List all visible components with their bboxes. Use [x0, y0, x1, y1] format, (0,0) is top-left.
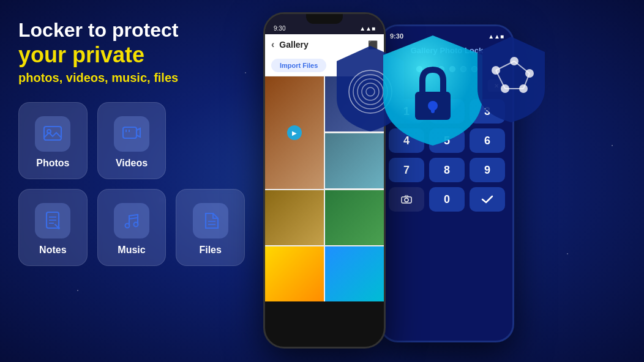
pin-input-row: ✕: [381, 77, 512, 94]
notes-label: Notes: [39, 245, 66, 256]
svg-line-12: [129, 218, 138, 219]
num-key-3[interactable]: 3: [470, 99, 505, 124]
phone-right: 9:30 ▲▲■ Gallery Photo Lock ✕ 1 2 3 4 5 …: [380, 24, 514, 342]
svg-point-25: [525, 69, 534, 78]
phone-left-status-icons: ▲▲■: [359, 25, 375, 32]
num-key-confirm[interactable]: [470, 187, 505, 212]
left-section: Locker to protect your private photos, v…: [18, 18, 275, 266]
app-icons-grid: Photos Videos: [18, 102, 245, 266]
files-card[interactable]: Files: [176, 189, 245, 266]
pin-dot-1: [416, 66, 422, 72]
videos-card[interactable]: Videos: [97, 102, 167, 179]
pin-dot-6: [471, 66, 477, 72]
svg-point-34: [405, 198, 408, 202]
videos-label: Videos: [116, 158, 148, 169]
gallery-item-1: ▶: [265, 76, 324, 189]
phone-right-time: 9:30: [390, 32, 403, 40]
num-key-5[interactable]: 5: [429, 128, 465, 153]
phone-left-notch: [306, 14, 343, 24]
music-icon: [114, 203, 149, 238]
phone-left-time: 9:30: [274, 25, 285, 32]
phone-right-status-icons: ▲▲■: [488, 33, 504, 40]
gallery-grid: ▶: [265, 76, 384, 301]
numpad: 1 2 3 4 5 6 7 8 9 0: [381, 97, 512, 218]
back-arrow-icon[interactable]: ‹: [271, 39, 274, 50]
photos-icon: [35, 116, 70, 152]
pin-dots-row: [381, 61, 512, 77]
gallery-item-7: [325, 246, 384, 301]
num-key-8[interactable]: 8: [429, 158, 465, 182]
gallery-item-3: [325, 133, 384, 188]
num-key-6[interactable]: 6: [470, 128, 505, 153]
num-key-9[interactable]: 9: [470, 158, 505, 182]
phone-left-header: ‹ Gallery ⬛: [265, 34, 384, 55]
pin-dot-3: [438, 66, 444, 72]
pin-delete-button[interactable]: ✕: [488, 79, 505, 92]
videos-icon: [114, 116, 149, 152]
gallery-item-4: [265, 190, 324, 245]
svg-line-31: [523, 73, 530, 89]
svg-line-29: [514, 61, 530, 73]
photos-label: Photos: [36, 158, 69, 169]
phone-left-title: Gallery: [279, 40, 363, 50]
svg-point-27: [519, 84, 528, 93]
phone-left-import-area: Import Files: [265, 55, 384, 76]
headline-line2: your private: [18, 42, 275, 68]
files-icon: [193, 203, 228, 238]
pin-dot-5: [460, 66, 466, 72]
num-key-2[interactable]: 2: [429, 99, 465, 124]
pin-dot-4: [449, 66, 455, 72]
svg-point-9: [58, 227, 60, 229]
notes-card[interactable]: Notes: [18, 189, 88, 266]
subheadline: photos, videos, music, files: [18, 71, 275, 85]
num-key-0[interactable]: 0: [429, 187, 465, 212]
headline: Locker to protect your private: [18, 18, 275, 68]
music-card[interactable]: Music: [97, 189, 167, 266]
notes-icon: [35, 203, 70, 238]
num-key-7[interactable]: 7: [389, 158, 424, 182]
num-key-1[interactable]: 1: [389, 99, 424, 124]
num-key-camera[interactable]: [389, 187, 424, 212]
music-label: Music: [118, 245, 145, 256]
headline-line1: Locker to protect: [18, 19, 178, 41]
gallery-item-5: [325, 190, 384, 245]
files-label: Files: [199, 245, 221, 256]
phone-right-status-bar: 9:30 ▲▲■: [381, 26, 512, 42]
play-icon: ▶: [287, 125, 302, 140]
gallery-item-2: [325, 76, 384, 131]
phone-left: 9:30 ▲▲■ ‹ Gallery ⬛ Import Files ▶: [263, 12, 386, 349]
pin-dot-2: [427, 66, 433, 72]
import-files-button[interactable]: Import Files: [271, 59, 326, 72]
video-icon: ⬛: [368, 40, 378, 50]
svg-rect-2: [123, 127, 137, 138]
phone-right-title: Gallery Photo Lock: [381, 42, 512, 61]
photos-card[interactable]: Photos: [18, 102, 88, 179]
num-key-4[interactable]: 4: [389, 128, 424, 153]
svg-rect-0: [44, 127, 61, 140]
gallery-item-6: [265, 246, 324, 301]
